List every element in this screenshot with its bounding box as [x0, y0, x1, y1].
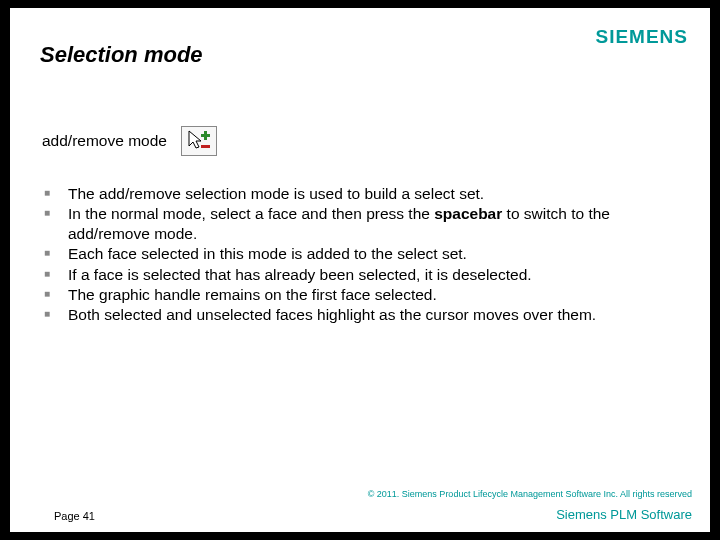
bullet-text: The add/remove selection mode is used to…	[68, 185, 484, 202]
list-item: Both selected and unselected faces highl…	[44, 305, 676, 325]
bullet-text: Both selected and unselected faces highl…	[68, 306, 596, 323]
page-title: Selection mode	[40, 42, 203, 68]
bullet-list: The add/remove selection mode is used to…	[14, 184, 706, 325]
cursor-add-remove-icon	[181, 126, 217, 156]
svg-marker-0	[189, 131, 201, 148]
list-item: In the normal mode, select a face and th…	[44, 204, 676, 244]
list-item: If a face is selected that has already b…	[44, 265, 676, 285]
footer-row: Page 41 Siemens PLM Software	[54, 507, 692, 522]
list-item: The add/remove selection mode is used to…	[44, 184, 676, 204]
svg-rect-2	[201, 134, 210, 137]
footer-brand: Siemens PLM Software	[556, 507, 692, 522]
list-item: The graphic handle remains on the first …	[44, 285, 676, 305]
page-number: Page 41	[54, 510, 95, 522]
subheader-row: add/remove mode	[14, 126, 706, 156]
bullet-text: If a face is selected that has already b…	[68, 266, 532, 283]
bullet-text: In the normal mode, select a face and th…	[68, 205, 434, 222]
bullet-bold: spacebar	[434, 205, 502, 222]
subheader-text: add/remove mode	[42, 132, 167, 150]
bullet-text: The graphic handle remains on the first …	[68, 286, 437, 303]
slide: Selection mode SIEMENS add/remove mode T…	[10, 8, 710, 532]
footer: © 2011. Siemens Product Lifecycle Manage…	[10, 489, 710, 522]
bullet-text: Each face selected in this mode is added…	[68, 245, 467, 262]
svg-rect-3	[201, 145, 210, 148]
copyright-text: © 2011. Siemens Product Lifecycle Manage…	[54, 489, 692, 499]
header: Selection mode SIEMENS	[14, 20, 706, 68]
siemens-logo: SIEMENS	[595, 26, 688, 48]
list-item: Each face selected in this mode is added…	[44, 244, 676, 264]
